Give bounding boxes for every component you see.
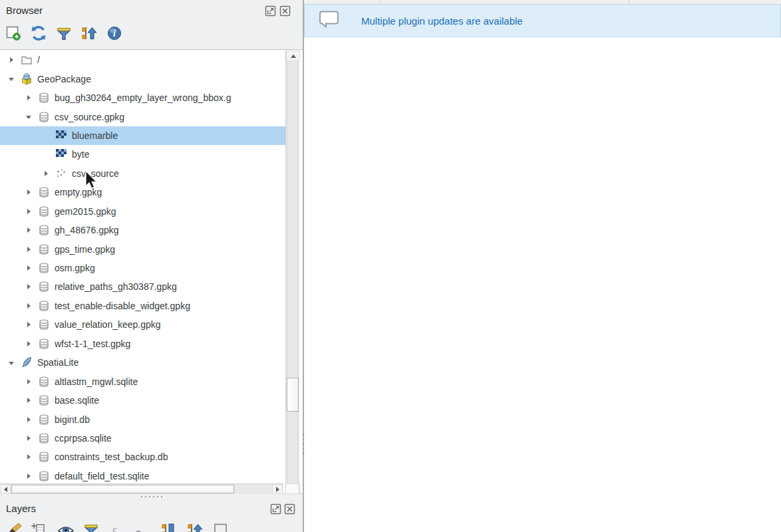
expand-all-button[interactable] (160, 521, 178, 532)
expander-expanded-icon[interactable] (5, 360, 20, 365)
panel-splitter-handle[interactable] (0, 495, 303, 498)
remove-square-icon (213, 522, 230, 532)
tree-item[interactable]: osm.gpkg (0, 259, 285, 277)
manage-map-themes-button[interactable] (57, 521, 75, 532)
expander-expanded-icon[interactable] (23, 114, 37, 119)
map-canvas[interactable]: Multiple plugin updates are available (304, 0, 781, 532)
tree-item[interactable]: test_enable-disable_widget.gpkg (0, 297, 285, 315)
tree-item-label: SpatiaLite (37, 357, 78, 368)
tree-item[interactable]: bug_gh30264_empty_layer_wrong_bbox.g (0, 88, 285, 107)
horizontal-scrollbar[interactable] (0, 483, 283, 494)
tree-item[interactable]: / (0, 51, 285, 69)
styling-brush-icon (5, 522, 22, 532)
message-bar[interactable]: Multiple plugin updates are available (304, 4, 781, 37)
close-icon (279, 5, 291, 17)
tree-item[interactable]: empty.gpkg (0, 183, 285, 201)
horizontal-scroll-thumb[interactable] (11, 485, 234, 493)
scroll-left-button[interactable] (0, 484, 11, 494)
add-group-button[interactable] (31, 521, 49, 532)
database-icon (37, 186, 51, 199)
raster-icon (55, 148, 68, 161)
svg-text:ε: ε (112, 523, 117, 532)
expander-collapsed-icon[interactable] (5, 57, 20, 63)
tree-item-label: bigint.db (55, 414, 90, 425)
tree-item[interactable]: value_relation_keep.gpkg (0, 315, 285, 334)
vertical-scrollbar[interactable] (285, 51, 299, 494)
dock-splitter-handle[interactable] (301, 431, 305, 455)
tree-item[interactable]: constraints_test_backup.db (0, 448, 285, 466)
database-icon (37, 413, 51, 426)
layers-close-button[interactable] (284, 503, 295, 515)
database-icon (37, 394, 51, 407)
filter-browser-button[interactable] (55, 24, 73, 42)
tree-item[interactable]: gps_time.gpkg (0, 239, 285, 258)
eye-icon (57, 522, 74, 532)
refresh-icon (31, 25, 47, 41)
close-icon (284, 503, 295, 515)
database-icon (37, 318, 51, 331)
collapse-all-button[interactable] (80, 24, 98, 42)
tree-item[interactable]: default_field_test.sqlite (0, 467, 285, 483)
tree-item-label: / (37, 55, 40, 65)
database-icon (37, 432, 51, 445)
expression-dropdown-button[interactable] (134, 521, 152, 532)
tree-item[interactable]: altlastm_mgwl.sqlite (0, 372, 285, 390)
expander-collapsed-icon[interactable] (23, 454, 37, 460)
epsilon-icon: ε (109, 522, 126, 532)
browser-float-button[interactable] (265, 5, 276, 17)
remove-layer-button[interactable] (212, 521, 230, 532)
expander-collapsed-icon[interactable] (23, 436, 37, 441)
filter-legend-button[interactable] (82, 521, 100, 532)
expander-collapsed-icon[interactable] (23, 284, 37, 289)
tree-item-label: base.sqlite (55, 395, 99, 406)
expander-collapsed-icon[interactable] (23, 247, 37, 252)
tree-item[interactable]: GeoPackage (0, 69, 285, 88)
expander-collapsed-icon[interactable] (23, 398, 37, 403)
layers-float-button[interactable] (270, 503, 281, 515)
expander-collapsed-icon[interactable] (23, 417, 37, 422)
expander-collapsed-icon[interactable] (23, 209, 37, 214)
add-layer-icon (5, 25, 22, 41)
layers-panel-title: Layers (6, 503, 36, 514)
tree-item[interactable]: SpatiaLite (0, 353, 285, 372)
tree-item[interactable]: csv_source (0, 164, 285, 183)
expander-collapsed-icon[interactable] (23, 473, 37, 479)
tree-item[interactable]: gem2015.gpkg (0, 202, 285, 221)
tree-item[interactable]: csv_source.gpkg (0, 107, 285, 126)
expander-collapsed-icon[interactable] (23, 322, 37, 327)
left-dock: Browser i /GeoPackagebug_gh30264_empty_l… (0, 0, 303, 532)
expander-expanded-icon[interactable] (5, 76, 20, 81)
scrollbar-corner (285, 483, 299, 494)
filter-by-expression-button[interactable]: ε (108, 521, 126, 532)
spatialite-icon (20, 356, 33, 369)
scroll-up-button[interactable] (286, 51, 300, 61)
tree-item[interactable]: bigint.db (0, 410, 285, 428)
refresh-button[interactable] (30, 24, 48, 42)
tree-item[interactable]: bluemarble (0, 126, 285, 145)
scroll-right-button[interactable] (272, 484, 283, 494)
tree-item[interactable]: relative_paths_gh30387.gpkg (0, 277, 285, 296)
expander-collapsed-icon[interactable] (23, 227, 37, 233)
tree-item[interactable]: ccprpsa.sqlite (0, 429, 285, 448)
expander-collapsed-icon[interactable] (23, 95, 37, 100)
tree-item[interactable]: base.sqlite (0, 391, 285, 410)
properties-widget-button[interactable]: i (106, 24, 124, 42)
tree-item-label: bug_gh30264_empty_layer_wrong_bbox.g (55, 92, 231, 103)
vertical-scroll-track[interactable] (287, 62, 298, 483)
add-selected-layers-button[interactable] (5, 24, 23, 42)
vertical-scroll-thumb[interactable] (287, 378, 299, 412)
browser-panel-title: Browser (6, 5, 43, 16)
browser-close-button[interactable] (279, 5, 291, 17)
expander-collapsed-icon[interactable] (23, 379, 37, 384)
tree-item[interactable]: gh_48676.gpkg (0, 221, 285, 239)
expander-collapsed-icon[interactable] (23, 303, 37, 309)
expander-collapsed-icon[interactable] (23, 190, 37, 195)
tree-item[interactable]: wfst-1-1_test.gpkg (0, 334, 285, 353)
expander-collapsed-icon[interactable] (23, 265, 37, 271)
expander-collapsed-icon[interactable] (40, 171, 55, 176)
open-layer-styling-button[interactable] (5, 521, 23, 532)
expander-collapsed-icon[interactable] (23, 341, 37, 346)
tree-item[interactable]: byte (0, 145, 285, 164)
collapse-all-button[interactable] (186, 521, 204, 532)
filter-icon (56, 25, 73, 41)
